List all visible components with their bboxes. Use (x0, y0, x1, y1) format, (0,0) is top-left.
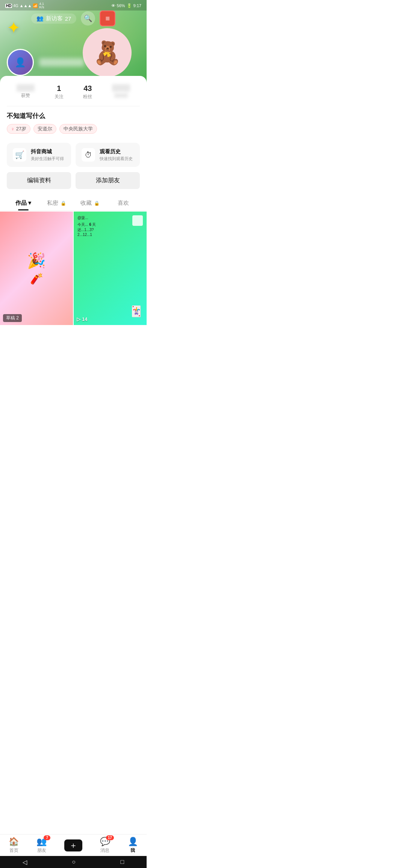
visitors-count: 27 (65, 15, 71, 22)
stat-followers-value: 43 (83, 84, 92, 93)
stat-following-label: 关注 (55, 94, 64, 100)
time-display: 9:17 (133, 3, 141, 8)
stat-likes[interactable]: 获赞 (17, 84, 35, 100)
battery-icon: 🔋 (127, 3, 132, 8)
content-grid: 🎉 🧨 草稿 2 @菠... 今天... 6 天 还...1...3? 2...… (0, 212, 147, 325)
draft-overlay: 草稿 2 (3, 314, 22, 322)
tags-row: ♀ 27岁 安道尔 中央民族大学 (7, 124, 140, 134)
header-controls: 👥 新访客 27 🔍 ≡ (0, 11, 147, 26)
tag-school[interactable]: 中央民族大学 (59, 124, 97, 134)
tab-favorites-label: 收藏 (80, 200, 93, 206)
stat-likes-label: 获赞 (21, 92, 30, 99)
stat-followers-label: 粉丝 (83, 94, 92, 100)
add-friend-button[interactable]: 添加朋友 (76, 172, 140, 189)
action-buttons: 编辑资料 添加朋友 (7, 172, 140, 189)
shop-icon: 🛒 (13, 148, 26, 162)
bottom-spacer (0, 325, 147, 359)
username-area (39, 58, 84, 67)
profile-card: 获赞 1 关注 43 粉丝 不知道写什么 ♀ 27岁 安道尔 中央民族大学 (0, 76, 147, 325)
status-bar: HD 4G ▲▲▲ 📶 4.1K/s 👁 56% 🔋 9:17 (0, 0, 147, 11)
shop-title: 抖音商城 (31, 148, 64, 155)
visitors-text: 新访客 (46, 15, 63, 22)
stat-likes-value-blur (17, 84, 35, 92)
signal-4g: 4G (13, 4, 18, 8)
tab-works-label: 作品 ▾ (15, 200, 31, 206)
tab-works[interactable]: 作品 ▾ (7, 195, 40, 210)
search-icon: 🔍 (84, 14, 92, 23)
hamburger-icon: ≡ (106, 15, 110, 22)
stats-row: 获赞 1 关注 43 粉丝 (7, 83, 140, 106)
shop-text: 抖音商城 美好生活触手可得 (31, 148, 64, 162)
history-subtitle: 快速找到观看历史 (100, 156, 133, 162)
status-right: 👁 56% 🔋 9:17 (111, 3, 141, 8)
username-blurred (39, 58, 84, 67)
tag-school-text: 中央民族大学 (64, 126, 93, 132)
bio-text: 不知道写什么 (7, 112, 140, 120)
video-play-overlay: ▷ 14 (77, 316, 87, 322)
play-count: ▷ 14 (77, 316, 87, 322)
grid-item-video[interactable]: @菠... 今天... 6 天 还...1...3? 2...12...1 🃏 … (74, 212, 147, 325)
tag-location-text: 安道尔 (38, 126, 52, 132)
tabs-row: 作品 ▾ 私密 🔒 收藏 🔒 喜欢 (0, 195, 147, 211)
stat-following[interactable]: 1 关注 (55, 84, 64, 100)
speed-indicator: 4.1K/s (39, 2, 44, 9)
stat-extra-value-blur (112, 84, 130, 92)
stat-following-value: 1 (57, 84, 61, 93)
play-count-value: 14 (82, 316, 87, 322)
play-icon: ▷ (77, 316, 80, 322)
signal-bars: ▲▲▲ (20, 3, 32, 8)
history-text: 观看历史 快速找到观看历史 (100, 148, 133, 162)
grid-item-draft[interactable]: 🎉 🧨 草稿 2 (0, 212, 73, 325)
tag-age[interactable]: ♀ 27岁 (7, 124, 30, 134)
tab-likes-label: 喜欢 (118, 200, 129, 206)
search-button[interactable]: 🔍 (81, 11, 95, 26)
bio-section: 不知道写什么 ♀ 27岁 安道尔 中央民族大学 (7, 106, 140, 138)
battery-level: 56% (117, 3, 125, 8)
shop-subtitle: 美好生活触手可得 (31, 156, 64, 162)
private-lock-icon: 🔒 (61, 201, 66, 206)
header-illustration: 🧸 (83, 28, 132, 77)
profile-identity: 👤 (7, 49, 84, 76)
visitors-icon: 👥 (36, 15, 44, 22)
visitors-button[interactable]: 👥 新访客 27 (31, 14, 77, 24)
tab-favorites[interactable]: 收藏 🔒 (73, 195, 107, 210)
wifi-icon: 📶 (33, 3, 38, 8)
quick-actions: 🛒 抖音商城 美好生活触手可得 ⏱ 观看历史 快速找到观看历史 (7, 143, 140, 167)
eye-icon: 👁 (111, 3, 115, 8)
history-card[interactable]: ⏱ 观看历史 快速找到观看历史 (76, 143, 140, 167)
video-overlay-text: @菠... 今天... 6 天 还...1...3? 2...12...1 (77, 215, 143, 237)
tab-likes[interactable]: 喜欢 (107, 195, 140, 210)
history-icon: ⏱ (82, 148, 95, 162)
favorites-lock-icon: 🔒 (94, 201, 100, 206)
avatar[interactable]: 👤 (7, 49, 34, 76)
gender-icon: ♀ (11, 126, 15, 132)
tab-private[interactable]: 私密 🔒 (40, 195, 74, 210)
menu-button[interactable]: ≡ (100, 11, 115, 26)
tab-private-label: 私密 (47, 200, 60, 206)
status-left: HD 4G ▲▲▲ 📶 4.1K/s (5, 2, 44, 9)
edit-profile-button[interactable]: 编辑资料 (7, 172, 71, 189)
stat-extra-label-blur (114, 93, 128, 98)
tag-age-text: 27岁 (16, 126, 26, 132)
avatar-image: 👤 (8, 50, 33, 75)
shop-card[interactable]: 🛒 抖音商城 美好生活触手可得 (7, 143, 71, 167)
history-title: 观看历史 (100, 148, 133, 155)
hd-label: HD (5, 4, 12, 8)
tag-location[interactable]: 安道尔 (33, 124, 56, 134)
stat-followers[interactable]: 43 粉丝 (83, 84, 92, 100)
stat-extra[interactable] (112, 84, 130, 100)
draft-badge: 草稿 2 (3, 314, 22, 322)
profile-header: ✦ 🧸 👥 新访客 27 🔍 ≡ 👤 (0, 0, 147, 83)
